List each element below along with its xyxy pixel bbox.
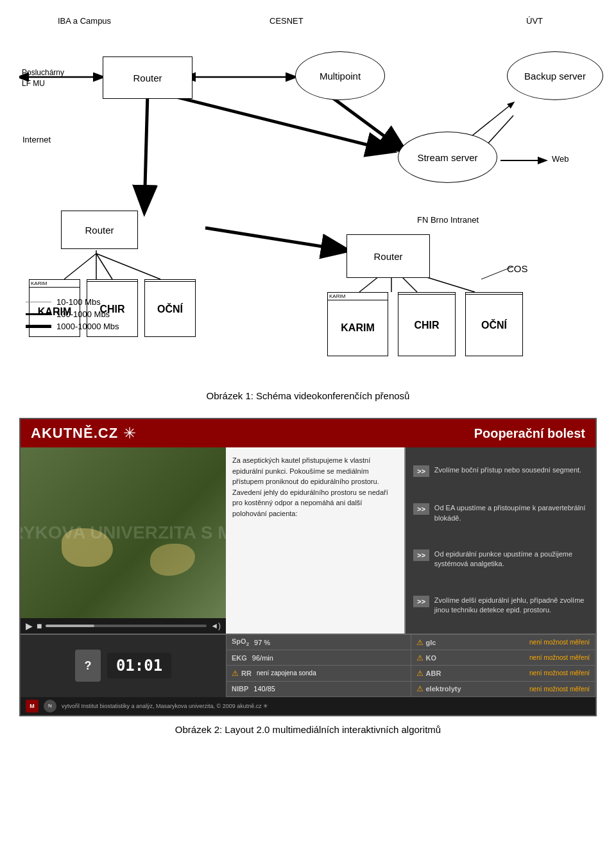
svg-line-4 — [160, 93, 391, 151]
svg-line-12 — [96, 254, 160, 279]
label-poslucharny: PosluchárnyLF MU — [22, 67, 64, 89]
video-area: MASARYKOVA UNIVERZITA S MEDICA — [21, 447, 226, 618]
akutne-title: Pooperační bolest — [474, 426, 585, 441]
label-iba: IBA a Campus — [58, 16, 111, 26]
router-1-node: Router — [103, 56, 193, 99]
akutne-logo-text: AKUTNĚ.CZ — [31, 425, 118, 442]
legend-label-2: 100-1000 Mbs — [56, 309, 110, 319]
legend-line-medium — [26, 313, 51, 315]
legend-item-1: 10-100 Mbs — [26, 297, 119, 307]
dept-karim-right: KARIM KARIM — [327, 292, 388, 356]
stat-nibp: NIBP 140/85 — [227, 682, 411, 697]
label-internet: Internet — [22, 135, 51, 144]
label-fn-intranet: FN Brno Intranet — [417, 215, 479, 225]
progress-bar-fill — [46, 625, 94, 627]
answer-item-2: >> Od EA upustíme a přistoupíme k parave… — [413, 503, 588, 523]
legend: 10-100 Mbs 100-1000 Mbs 1000-10000 Mbs — [26, 297, 119, 334]
dept-ocni-right: OČNÍ — [465, 292, 523, 356]
akutne-section: AKUTNĚ.CZ ✳ Pooperační bolest MASARYKOVA… — [19, 418, 597, 716]
multipoint-node: Multipoint — [295, 51, 385, 100]
answer-text-2: Od EA upustíme a přistoupíme k paraverte… — [434, 503, 588, 523]
stream-server-node: Stream server — [398, 132, 497, 183]
svg-line-11 — [96, 254, 112, 279]
answers-panel: >> Zvolíme boční přístup nebo sousední s… — [406, 447, 595, 634]
router-3-label: Router — [373, 251, 402, 262]
svg-line-3 — [330, 96, 404, 151]
video-controls[interactable]: ▶ ■ ◄) — [21, 618, 226, 634]
label-web: Web — [552, 154, 569, 164]
stat-ko: ⚠ KO není možnost měření — [411, 650, 596, 666]
timestamp-display: 01:01 — [107, 653, 171, 678]
stats-section: ? 01:01 SpO2 97 % ⚠ glc není možnost měř… — [21, 634, 595, 697]
stats-timestamp-panel: ? 01:01 — [21, 635, 226, 697]
answer-btn-2[interactable]: >> — [413, 503, 429, 515]
backup-server-node: Backup server — [507, 51, 603, 100]
label-uvt: ÚVT — [526, 16, 543, 26]
text-content: Za aseptických kautel přistupujeme k vla… — [232, 455, 398, 519]
bottom-bar: M N vytvořil Institut biostatistiky a an… — [21, 697, 595, 715]
caption-2: Obrázek 2: Layout 2.0 multimediálních in… — [0, 724, 616, 735]
stat-rr: ⚠ RR není zapojena sonda — [227, 666, 411, 681]
akutne-wrapper: AKUTNĚ.CZ ✳ Pooperační bolest MASARYKOVA… — [0, 418, 616, 716]
legend-label-1: 10-100 Mbs — [56, 297, 101, 307]
dept-chir-right: CHIR — [398, 292, 456, 356]
video-watermark: MASARYKOVA UNIVERZITA S MEDICA — [21, 522, 226, 544]
multipoint-label: Multipoint — [320, 71, 361, 82]
svg-line-10 — [64, 254, 96, 279]
router-2-label: Router — [85, 225, 114, 236]
answer-item-3: >> Od epidurální punkce upustíme a použi… — [413, 549, 588, 569]
bottom-logo-icon: M — [26, 700, 38, 712]
answer-text-4: Zvolíme delší epidurální jehlu, případně… — [434, 596, 588, 616]
answer-item-1: >> Zvolíme boční přístup nebo sousední s… — [413, 465, 588, 477]
volume-icon[interactable]: ◄) — [210, 621, 221, 630]
text-panel: Za aseptických kautel přistupujeme k vla… — [226, 447, 406, 634]
akutne-snowflake-icon: ✳ — [123, 424, 136, 442]
play-button[interactable]: ▶ — [26, 621, 33, 631]
router-3-node: Router — [346, 234, 430, 278]
stat-glc: ⚠ glc není možnost měření — [411, 635, 596, 650]
backup-server-label: Backup server — [524, 71, 586, 82]
answer-btn-4[interactable]: >> — [413, 596, 429, 607]
bottom-credits: vytvořil Institut biostatistiky a analýz… — [62, 703, 268, 709]
answer-text-3: Od epidurální punkce upustíme a použijem… — [434, 549, 588, 569]
legend-item-2: 100-1000 Mbs — [26, 309, 119, 319]
router-2-node: Router — [61, 211, 138, 249]
stat-abr: ⚠ ABR není možnost měření — [411, 666, 596, 681]
answer-btn-1[interactable]: >> — [413, 465, 429, 477]
legend-item-3: 1000-10000 Mbs — [26, 322, 119, 331]
progress-bar[interactable] — [46, 625, 207, 627]
video-panel: MASARYKOVA UNIVERZITA S MEDICA ▶ ■ ◄) — [21, 447, 226, 634]
answer-btn-3[interactable]: >> — [413, 549, 429, 561]
svg-line-9 — [144, 93, 148, 211]
diagram-section: IBA a Campus CESNET ÚVT Internet Posluch… — [0, 0, 616, 418]
router-1-label: Router — [133, 73, 162, 83]
akutne-body: MASARYKOVA UNIVERZITA S MEDICA ▶ ■ ◄) Za… — [21, 447, 595, 634]
stat-spo2: SpO2 97 % — [227, 635, 411, 650]
akutne-header: AKUTNĚ.CZ ✳ Pooperační bolest — [21, 419, 595, 447]
label-cos: COS — [507, 263, 528, 274]
bottom-logo-2: N — [44, 700, 56, 712]
stop-button[interactable]: ■ — [37, 621, 42, 631]
stat-ekg: EKG 96/min — [227, 650, 411, 666]
legend-label-3: 1000-10000 Mbs — [56, 322, 119, 331]
label-cesnet: CESNET — [270, 16, 304, 26]
caption-1: Obrázek 1: Schéma videokonferenčích přen… — [19, 390, 597, 401]
svg-line-8 — [205, 228, 346, 250]
akutne-logo: AKUTNĚ.CZ ✳ — [31, 424, 136, 442]
stats-grid: SpO2 97 % ⚠ glc není možnost měření EKG … — [226, 635, 595, 697]
diagram-canvas: IBA a Campus CESNET ÚVT Internet Posluch… — [19, 13, 597, 385]
stream-server-label: Stream server — [417, 152, 477, 163]
dept-ocni-left: OČNÍ — [144, 279, 196, 337]
answer-item-4: >> Zvolíme delší epidurální jehlu, přípa… — [413, 596, 588, 616]
legend-line-thick — [26, 325, 51, 328]
stat-elektrolyty: ⚠ elektrolyty není možnost měření — [411, 682, 596, 697]
answer-text-1: Zvolíme boční přístup nebo sousední segm… — [434, 465, 581, 475]
legend-line-thin — [26, 302, 51, 302]
